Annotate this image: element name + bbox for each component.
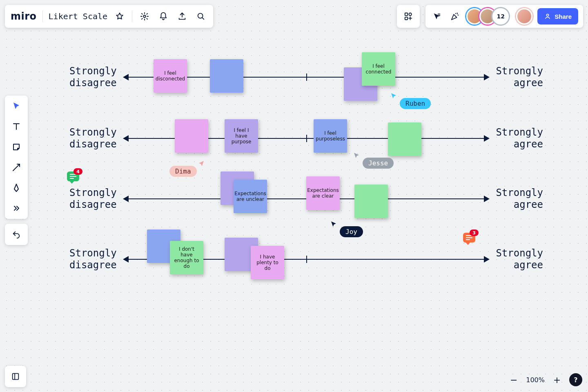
zoom-in-button[interactable]: + <box>551 374 563 385</box>
svg-rect-4 <box>405 17 408 20</box>
cursor-follow-icon[interactable] <box>430 10 443 23</box>
arrow-tool-icon[interactable] <box>10 161 23 174</box>
sticky-note[interactable] <box>175 119 208 153</box>
confetti-icon[interactable] <box>448 10 461 23</box>
sticky-note[interactable] <box>354 185 388 218</box>
scale-label-left: Strongly disagree <box>69 127 117 150</box>
top-right-cluster: 12 Share <box>397 5 583 28</box>
svg-point-5 <box>547 14 549 16</box>
sticky-text: I feel purposeless <box>316 130 345 142</box>
sticky-note[interactable]: I don't have enough to do <box>170 241 203 274</box>
svg-point-0 <box>143 15 146 18</box>
sticky-tool-icon[interactable] <box>10 140 23 154</box>
separator <box>42 11 43 22</box>
sticky-text: Expectations are unclear <box>234 191 266 202</box>
sticky-note[interactable] <box>210 59 243 93</box>
more-tools-icon[interactable] <box>10 202 23 215</box>
presence-avatars[interactable]: 12 <box>466 8 509 24</box>
board-name[interactable]: Likert Scale <box>49 11 108 21</box>
scale-label-left: Strongly disagree <box>69 187 117 211</box>
zoom-out-button[interactable]: − <box>508 374 519 385</box>
text-tool-icon[interactable] <box>10 120 23 133</box>
axis-tick <box>306 135 307 142</box>
star-icon[interactable] <box>113 10 126 23</box>
sticky-note[interactable]: I feel disconected <box>154 59 187 93</box>
avatar-overflow-count[interactable]: 12 <box>492 8 509 24</box>
sticky-note[interactable]: I have plenty to do <box>251 246 284 279</box>
axis-tick <box>306 256 307 263</box>
collab-panel: 12 Share <box>425 5 583 28</box>
comment-count-badge: 4 <box>74 168 82 175</box>
bell-icon[interactable] <box>157 10 170 23</box>
sticky-text: I feel connected <box>365 63 392 75</box>
comment-indicator[interactable]: 3 <box>463 233 475 243</box>
sticky-text: Expectations are clear <box>307 187 339 199</box>
apps-panel <box>397 5 420 28</box>
sticky-note[interactable]: Expectations are unclear <box>234 180 267 213</box>
sticky-text: I don't have enough to do <box>173 246 200 269</box>
svg-point-3 <box>409 13 412 16</box>
scale-label-right: Strongly agree <box>496 187 543 211</box>
frames-panel-button[interactable] <box>5 366 26 387</box>
undo-panel <box>5 224 28 245</box>
pen-tool-icon[interactable] <box>10 181 23 194</box>
select-tool-icon[interactable] <box>10 100 23 113</box>
share-button-label: Share <box>555 13 572 20</box>
scale-label-left: Strongly disagree <box>69 65 117 89</box>
scale-label-right: Strongly agree <box>496 65 543 89</box>
add-widget-icon[interactable] <box>402 10 415 23</box>
sticky-text: I feel disconected <box>156 70 185 82</box>
tool-dock <box>5 96 28 219</box>
scale-label-left: Strongly disagree <box>69 247 117 271</box>
share-button[interactable]: Share <box>537 8 578 24</box>
scale-label-right: Strongly agree <box>496 127 543 150</box>
top-toolbar: miro Likert Scale <box>5 5 213 28</box>
scale-label-right: Strongly agree <box>496 247 543 271</box>
sticky-note[interactable]: I feel connected <box>362 52 395 86</box>
axis-tick <box>306 74 307 81</box>
zoom-level[interactable]: 100% <box>526 376 545 384</box>
comment-indicator[interactable]: 4 <box>67 172 79 181</box>
avatar-self[interactable] <box>516 8 532 24</box>
search-icon[interactable] <box>194 10 207 23</box>
zoom-controls: − 100% + ? <box>508 373 582 386</box>
comment-count-badge: 3 <box>470 229 479 236</box>
sticky-note[interactable]: I feel purposeless <box>314 119 347 153</box>
help-button[interactable]: ? <box>569 373 582 386</box>
miro-logo[interactable]: miro <box>11 11 37 22</box>
sticky-note[interactable]: Expectations are clear <box>306 176 340 210</box>
sticky-text: I have plenty to do <box>254 254 281 271</box>
undo-icon[interactable] <box>10 228 23 241</box>
svg-rect-6 <box>13 374 19 380</box>
separator <box>132 11 132 22</box>
export-icon[interactable] <box>176 10 189 23</box>
sticky-text: I feel I have purpose <box>228 127 255 145</box>
sticky-note[interactable]: I feel I have purpose <box>225 119 258 153</box>
settings-icon[interactable] <box>138 10 151 23</box>
svg-rect-2 <box>405 13 408 16</box>
sticky-note[interactable] <box>388 122 421 156</box>
